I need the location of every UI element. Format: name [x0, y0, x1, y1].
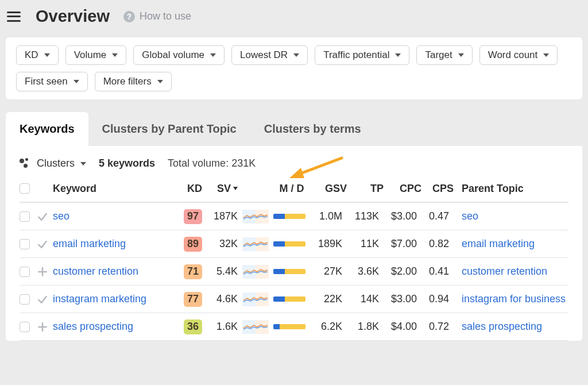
col-kd[interactable]: KD [173, 183, 202, 195]
cpc-value: $3.00 [384, 293, 421, 305]
tp-value: 14K [347, 293, 384, 305]
cpc-value: $2.00 [384, 265, 421, 278]
chevron-down-icon [293, 53, 299, 57]
filter-bar: KDVolumeGlobal volumeLowest DRTraffic po… [6, 37, 582, 99]
md-bar [273, 214, 310, 219]
tab-clusters-by-parent-topic[interactable]: Clusters by Parent Topic [88, 112, 250, 146]
gsv-value: 189K [310, 238, 347, 250]
filter-kd[interactable]: KD [16, 45, 59, 65]
filter-label: Global volume [142, 49, 204, 61]
cpc-value: $7.00 [384, 238, 421, 250]
md-bar [273, 324, 310, 329]
tab-clusters-by-terms[interactable]: Clusters by terms [250, 112, 375, 146]
check-icon[interactable] [37, 238, 53, 250]
chevron-down-icon [157, 80, 163, 83]
col-parent[interactable]: Parent Topic [454, 183, 568, 195]
trend-sparkline [242, 210, 269, 224]
filter-first-seen[interactable]: First seen [16, 72, 88, 91]
sort-desc-icon [233, 187, 238, 190]
parent-topic-link[interactable]: sales prospecting [462, 321, 542, 332]
keyword-link[interactable]: customer retention [53, 265, 138, 277]
sv-value: 1.6K [202, 321, 242, 333]
col-md[interactable]: M / D [273, 183, 310, 195]
help-icon: ? [123, 11, 135, 22]
filter-word-count[interactable]: Word count [479, 45, 558, 65]
chevron-down-icon [44, 53, 50, 57]
plus-icon[interactable] [37, 266, 53, 278]
parent-topic-link[interactable]: email marketing [462, 238, 535, 249]
trend-sparkline [242, 320, 269, 334]
table-header-row: Keyword KD SV M / D GSV TP CPC CPS Paren… [20, 175, 568, 203]
clusters-toggle[interactable]: Clusters [20, 157, 86, 170]
table-row: email marketing 89 32K 189K 11K $7.00 0.… [20, 230, 568, 258]
md-bar [273, 297, 310, 302]
chevron-down-icon [543, 53, 549, 57]
select-all-checkbox[interactable] [20, 183, 30, 194]
filter-target[interactable]: Target [416, 45, 472, 65]
chevron-down-icon [80, 162, 86, 165]
cps-value: 0.94 [421, 293, 454, 305]
table-row: customer retention 71 5.4K 27K 3.6K $2.0… [20, 258, 568, 286]
filter-more-filters[interactable]: More filters [95, 72, 172, 91]
kd-badge: 36 [184, 319, 202, 334]
chevron-down-icon [210, 53, 216, 57]
menu-icon[interactable] [7, 11, 21, 22]
cps-value: 0.41 [421, 265, 454, 278]
col-cps[interactable]: CPS [421, 183, 454, 195]
cluster-icon [20, 158, 31, 170]
trend-sparkline [242, 237, 269, 251]
keyword-count: 5 keywords [99, 157, 155, 170]
filter-volume[interactable]: Volume [65, 45, 127, 65]
plus-icon[interactable] [37, 321, 53, 333]
cpc-value: $4.00 [384, 321, 421, 333]
col-cpc[interactable]: CPC [384, 183, 421, 195]
check-icon[interactable] [37, 294, 53, 305]
sv-value: 187K [202, 210, 242, 222]
keyword-link[interactable]: seo [53, 210, 69, 222]
trend-sparkline [242, 292, 269, 306]
chevron-down-icon [395, 53, 401, 57]
gsv-value: 22K [310, 293, 347, 305]
filter-label: First seen [25, 76, 68, 87]
check-icon[interactable] [37, 211, 53, 222]
keyword-link[interactable]: sales prospecting [53, 321, 133, 332]
row-checkbox[interactable] [20, 294, 30, 305]
keyword-link[interactable]: instagram marketing [53, 293, 146, 305]
sv-value: 4.6K [202, 293, 242, 305]
row-checkbox[interactable] [20, 267, 30, 277]
sv-value: 32K [202, 238, 242, 250]
filter-global-volume[interactable]: Global volume [133, 45, 225, 65]
table-row: instagram marketing 77 4.6K 22K 14K $3.0… [20, 286, 568, 313]
tp-value: 113K [347, 210, 384, 222]
row-checkbox[interactable] [20, 211, 30, 222]
keyword-link[interactable]: email marketing [53, 238, 126, 249]
cps-value: 0.72 [421, 321, 454, 333]
tp-value: 3.6K [347, 265, 384, 278]
cpc-value: $3.00 [384, 210, 421, 222]
filter-traffic-potential[interactable]: Traffic potential [315, 45, 409, 65]
col-gsv[interactable]: GSV [310, 183, 347, 195]
parent-topic-link[interactable]: seo [462, 210, 478, 222]
table-row: seo 97 187K 1.0M 113K $3.00 0.47 seo [20, 203, 568, 230]
kd-badge: 71 [184, 264, 202, 279]
kd-badge: 77 [184, 292, 202, 307]
row-checkbox[interactable] [20, 322, 30, 332]
page-title: Overview [36, 7, 110, 26]
col-sv[interactable]: SV [202, 183, 242, 195]
parent-topic-link[interactable]: instagram for business [462, 293, 566, 305]
tab-strip: KeywordsClusters by Parent TopicClusters… [6, 112, 582, 146]
cps-value: 0.82 [421, 238, 454, 250]
filter-label: Lowest DR [240, 49, 288, 61]
clusters-label: Clusters [37, 157, 75, 170]
kd-badge: 89 [184, 237, 202, 252]
row-checkbox[interactable] [20, 239, 30, 249]
filter-lowest-dr[interactable]: Lowest DR [231, 45, 308, 65]
chevron-down-icon [74, 80, 79, 83]
gsv-value: 1.0M [310, 210, 347, 222]
gsv-value: 6.2K [310, 321, 347, 333]
how-to-use-link[interactable]: ? How to use [123, 10, 191, 22]
col-tp[interactable]: TP [347, 183, 384, 195]
parent-topic-link[interactable]: customer retention [462, 265, 547, 277]
col-keyword[interactable]: Keyword [53, 183, 173, 195]
tab-keywords[interactable]: Keywords [6, 112, 88, 146]
